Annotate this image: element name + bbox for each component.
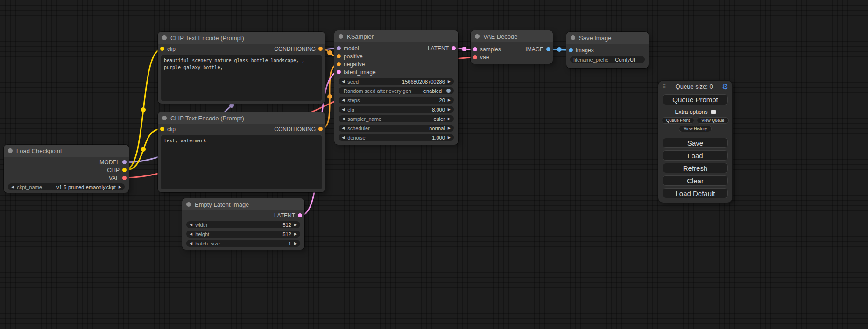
decrement-arrow-icon[interactable]: ◀ xyxy=(190,223,192,227)
slot-dot-image[interactable] xyxy=(569,48,573,52)
slot-dot-conditioning[interactable] xyxy=(318,127,323,131)
increment-arrow-icon[interactable]: ▶ xyxy=(448,117,451,121)
increment-arrow-icon[interactable]: ▶ xyxy=(448,98,451,102)
input-slot-clip[interactable]: clip xyxy=(160,126,176,133)
decrement-arrow-icon[interactable]: ◀ xyxy=(342,117,345,121)
node-status-dot[interactable] xyxy=(162,35,167,40)
settings-gear-icon[interactable]: ⚙ xyxy=(722,83,728,91)
slot-dot-clip[interactable] xyxy=(122,168,127,172)
view-history-button[interactable]: View History xyxy=(679,126,712,132)
widget-steps[interactable]: ◀ steps 20 ▶ xyxy=(339,97,454,104)
node-titlebar[interactable]: Empty Latent Image xyxy=(182,198,304,210)
decrement-arrow-icon[interactable]: ◀ xyxy=(342,98,345,102)
node-titlebar[interactable]: VAE Decode xyxy=(471,30,553,42)
node-save-image[interactable]: Save Image images filename_prefix ComfyU… xyxy=(566,32,649,68)
queue-front-button[interactable]: Queue Front xyxy=(662,117,695,124)
widget-filename-prefix[interactable]: filename_prefix ComfyUI xyxy=(570,56,645,63)
node-canvas[interactable]: Load Checkpoint MODEL CLIP VAE ◀ ckpt_na… xyxy=(0,0,868,329)
save-button[interactable]: Save xyxy=(663,138,728,148)
node-status-dot[interactable] xyxy=(162,116,167,120)
slot-dot-clip[interactable] xyxy=(160,47,164,51)
slot-dot-image[interactable] xyxy=(546,47,550,51)
output-slot-vae[interactable]: VAE xyxy=(109,175,127,182)
prompt-textarea[interactable]: beautiful scenery nature glass bottle la… xyxy=(161,55,322,101)
widget-scheduler[interactable]: ◀ scheduler normal ▶ xyxy=(339,125,454,132)
output-slot-clip[interactable]: CLIP xyxy=(107,167,127,174)
widget-sampler-name[interactable]: ◀ sampler_name euler ▶ xyxy=(339,115,454,122)
slot-dot-conditioning[interactable] xyxy=(337,54,341,58)
input-slot-model[interactable]: model xyxy=(337,45,359,52)
load-default-button[interactable]: Load Default xyxy=(663,188,728,198)
output-slot-model[interactable]: MODEL xyxy=(99,159,127,166)
drag-handle-icon[interactable]: ⠿ xyxy=(662,84,666,90)
widget-batch-size[interactable]: ◀ batch_size 1 ▶ xyxy=(186,240,300,247)
input-slot-clip[interactable]: clip xyxy=(160,46,176,52)
queue-prompt-button[interactable]: Queue Prompt xyxy=(663,94,728,105)
node-status-dot[interactable] xyxy=(8,148,13,153)
decrement-arrow-icon[interactable]: ◀ xyxy=(342,108,345,112)
slot-dot-latent[interactable] xyxy=(452,46,456,50)
node-clip-text-encode-negative[interactable]: CLIP Text Encode (Prompt) clip CONDITION… xyxy=(158,112,325,192)
output-slot-conditioning[interactable]: CONDITIONING xyxy=(274,126,323,133)
node-status-dot[interactable] xyxy=(339,34,343,39)
load-button[interactable]: Load xyxy=(663,150,728,161)
input-slot-vae[interactable]: vae xyxy=(473,54,489,61)
slot-dot-latent[interactable] xyxy=(298,213,302,217)
node-load-checkpoint[interactable]: Load Checkpoint MODEL CLIP VAE ◀ ckpt_na… xyxy=(4,145,129,193)
output-slot-conditioning[interactable]: CONDITIONING xyxy=(274,46,323,52)
decrement-arrow-icon[interactable]: ◀ xyxy=(190,242,192,245)
increment-arrow-icon[interactable]: ▶ xyxy=(294,232,297,236)
node-titlebar[interactable]: CLIP Text Encode (Prompt) xyxy=(158,32,325,44)
decrement-arrow-icon[interactable]: ◀ xyxy=(11,185,14,189)
widget-height[interactable]: ◀ height 512 ▶ xyxy=(186,231,300,238)
slot-dot-latent[interactable] xyxy=(337,70,341,74)
increment-arrow-icon[interactable]: ▶ xyxy=(448,136,451,140)
input-slot-latent-image[interactable]: latent_image xyxy=(337,69,376,76)
clear-button[interactable]: Clear xyxy=(663,175,728,186)
widget-denoise[interactable]: ◀ denoise 1.000 ▶ xyxy=(339,134,454,141)
slot-dot-model[interactable] xyxy=(337,46,341,50)
input-slot-negative[interactable]: negative xyxy=(337,61,365,68)
node-titlebar[interactable]: Load Checkpoint xyxy=(4,145,129,157)
slot-dot-vae[interactable] xyxy=(473,55,477,59)
widget-ckpt-name[interactable]: ◀ ckpt_name v1-5-pruned-emaonly.ckpt ▶ xyxy=(8,183,125,190)
input-slot-samples[interactable]: samples xyxy=(473,46,501,53)
widget-random-seed-toggle[interactable]: Random seed after every gen enabled xyxy=(339,87,454,94)
node-titlebar[interactable]: KSampler xyxy=(334,30,458,42)
view-queue-button[interactable]: View Queue xyxy=(697,117,729,124)
slot-dot-model[interactable] xyxy=(122,160,127,164)
widget-cfg[interactable]: ◀ cfg 8.000 ▶ xyxy=(339,106,454,113)
slot-dot-clip[interactable] xyxy=(160,127,164,131)
slot-dot-vae[interactable] xyxy=(122,176,127,180)
increment-arrow-icon[interactable]: ▶ xyxy=(448,126,451,130)
node-empty-latent-image[interactable]: Empty Latent Image LATENT ◀ width 512 ▶ … xyxy=(182,198,304,250)
slot-dot-latent[interactable] xyxy=(473,47,477,51)
output-slot-image[interactable]: IMAGE xyxy=(525,46,550,53)
slot-dot-conditioning[interactable] xyxy=(337,62,341,66)
decrement-arrow-icon[interactable]: ◀ xyxy=(342,126,345,130)
increment-arrow-icon[interactable]: ▶ xyxy=(448,80,451,84)
output-slot-latent[interactable]: LATENT xyxy=(274,212,302,219)
node-titlebar[interactable]: CLIP Text Encode (Prompt) xyxy=(158,112,325,124)
output-slot-latent[interactable]: LATENT xyxy=(428,45,456,52)
decrement-arrow-icon[interactable]: ◀ xyxy=(190,232,192,236)
node-status-dot[interactable] xyxy=(571,35,575,40)
decrement-arrow-icon[interactable]: ◀ xyxy=(342,80,345,84)
slot-dot-conditioning[interactable] xyxy=(318,47,323,51)
refresh-button[interactable]: Refresh xyxy=(663,163,728,173)
widget-seed[interactable]: ◀ seed 156680208700286 ▶ xyxy=(339,78,454,85)
node-titlebar[interactable]: Save Image xyxy=(566,32,649,44)
increment-arrow-icon[interactable]: ▶ xyxy=(294,242,297,245)
input-slot-positive[interactable]: positive xyxy=(337,53,363,60)
extra-options-checkbox[interactable] xyxy=(711,110,716,114)
node-ksampler[interactable]: KSampler model LATENT positive negative … xyxy=(334,30,458,145)
input-slot-images[interactable]: images xyxy=(569,47,594,54)
node-status-dot[interactable] xyxy=(475,34,480,39)
toggle-dot[interactable] xyxy=(446,89,451,93)
decrement-arrow-icon[interactable]: ◀ xyxy=(342,136,345,140)
prompt-textarea[interactable]: text, watermark xyxy=(161,135,322,189)
node-clip-text-encode-positive[interactable]: CLIP Text Encode (Prompt) clip CONDITION… xyxy=(158,32,325,104)
node-vae-decode[interactable]: VAE Decode samples IMAGE vae xyxy=(471,30,553,64)
increment-arrow-icon[interactable]: ▶ xyxy=(448,108,451,112)
increment-arrow-icon[interactable]: ▶ xyxy=(294,223,297,227)
